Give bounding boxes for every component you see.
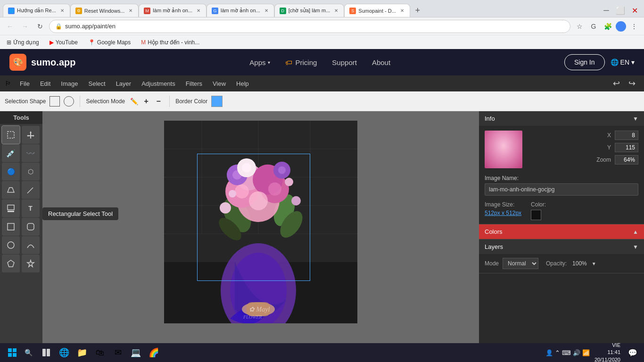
- menu-button[interactable]: ⋮: [628, 20, 640, 33]
- menu-select[interactable]: Select: [84, 78, 110, 89]
- layers-header[interactable]: Layers ▼: [479, 239, 644, 254]
- mode-subtract-icon[interactable]: −: [153, 96, 164, 107]
- menu-filters[interactable]: Filters: [181, 78, 207, 89]
- menu-adjustments[interactable]: Adjustments: [137, 78, 180, 89]
- image-name-input[interactable]: [485, 183, 638, 196]
- forward-button[interactable]: →: [19, 20, 31, 33]
- volume-icon[interactable]: 🔊: [573, 349, 580, 356]
- minimize-button[interactable]: ─: [600, 4, 613, 17]
- sign-in-button[interactable]: Sign In: [564, 54, 605, 70]
- tool-polygon[interactable]: [2, 255, 20, 272]
- taskbar-explorer[interactable]: 📁: [74, 344, 91, 361]
- tool-pencil[interactable]: [22, 181, 40, 199]
- tab-close-4[interactable]: ✕: [263, 7, 270, 15]
- menu-edit[interactable]: Edit: [35, 78, 55, 89]
- taskbar-unknown[interactable]: 💻: [127, 344, 144, 361]
- tool-rectangular-select[interactable]: [2, 126, 20, 144]
- bookmark-youtube[interactable]: ▶ YouTube: [47, 38, 81, 47]
- mode-pencil-icon[interactable]: ✏️: [129, 96, 139, 107]
- tab-3[interactable]: M làm mờ ảnh on... ✕: [139, 4, 206, 17]
- tab-close-5[interactable]: ✕: [332, 7, 340, 15]
- tool-arc[interactable]: [22, 236, 40, 254]
- svg-line-3: [28, 188, 33, 192]
- people-icon[interactable]: 👤: [545, 349, 553, 356]
- menu-help[interactable]: Help: [231, 78, 254, 89]
- bookmark-maps[interactable]: 📍 Google Maps: [85, 38, 133, 47]
- tab-5[interactable]: D [chờ sửa] làm m... ✕: [274, 4, 345, 17]
- profile-avatar[interactable]: [616, 21, 626, 32]
- tool-text[interactable]: T: [22, 199, 40, 217]
- redo-button[interactable]: ↪: [625, 76, 639, 90]
- close-button[interactable]: ✕: [628, 4, 641, 17]
- bookmark-gmail[interactable]: M Hộp thư đến - vinh...: [138, 38, 202, 47]
- tab-1[interactable]: 🌐 Hướng dẫn Re... ✕: [3, 4, 70, 17]
- new-tab-button[interactable]: +: [411, 4, 424, 17]
- tab-close-1[interactable]: ✕: [58, 7, 66, 15]
- y-label: Y: [607, 144, 611, 151]
- translate-icon[interactable]: G: [587, 20, 600, 33]
- tab-close-3[interactable]: ✕: [195, 7, 202, 15]
- nav-link-about[interactable]: About: [365, 55, 397, 70]
- reload-button[interactable]: ↻: [34, 20, 46, 33]
- border-color-swatch[interactable]: [211, 96, 223, 107]
- tool-shape-rounded[interactable]: [22, 218, 40, 236]
- nav-link-support[interactable]: Support: [325, 55, 363, 70]
- tool-fill[interactable]: [2, 199, 20, 217]
- search-button[interactable]: 🔍: [21, 345, 36, 360]
- menu-view[interactable]: View: [208, 78, 231, 89]
- sumo-logo[interactable]: 🎨 sumo.app: [9, 54, 75, 71]
- tool-eyedropper[interactable]: 💉: [2, 144, 20, 162]
- back-button[interactable]: ←: [4, 20, 16, 33]
- notification-button[interactable]: 💬: [625, 345, 640, 360]
- tool-eraser[interactable]: ⬡: [22, 163, 40, 181]
- taskbar-mail[interactable]: ✉: [109, 344, 126, 361]
- info-header[interactable]: Info ▼: [479, 111, 644, 126]
- caret-up-icon[interactable]: ⌃: [555, 349, 560, 356]
- svg-rect-49: [8, 348, 12, 352]
- taskbar-icons: 🌐 📁 🛍 ✉ 💻 🌈: [38, 344, 162, 361]
- nav-link-pricing[interactable]: 🏷 Pricing: [279, 55, 324, 70]
- canvas-area[interactable]: ✿ Mayl FLOWER: [42, 111, 479, 362]
- tab-close-2[interactable]: ✕: [127, 7, 134, 15]
- tool-eraser2[interactable]: [2, 181, 20, 199]
- tool-move[interactable]: [22, 126, 40, 144]
- tab-6[interactable]: S Sumopaint - D... ✕: [344, 4, 410, 17]
- tab-close-6[interactable]: ✕: [398, 7, 406, 15]
- wifi-icon[interactable]: 📶: [582, 349, 590, 356]
- opacity-arrow-icon[interactable]: ▼: [592, 261, 596, 266]
- mode-add-icon[interactable]: +: [141, 96, 151, 107]
- url-input[interactable]: [65, 23, 564, 30]
- clock[interactable]: VIE 11:41 20/11/2020: [593, 342, 622, 362]
- maximize-button[interactable]: ⬜: [614, 4, 627, 17]
- colors-header[interactable]: Colors ▲: [479, 224, 644, 239]
- taskbar-edge[interactable]: 🌐: [56, 344, 73, 361]
- language-selector[interactable]: 🌐 EN ▾: [611, 58, 635, 66]
- nav-link-apps[interactable]: Apps ▾: [243, 55, 276, 70]
- image-size-value[interactable]: 512px x 512px: [485, 210, 521, 216]
- circle-shape-button[interactable]: [64, 96, 74, 107]
- menu-file[interactable]: File: [15, 78, 34, 89]
- taskbar-taskview[interactable]: [38, 344, 55, 361]
- bookmark-button[interactable]: ☆: [573, 20, 586, 33]
- color-swatch[interactable]: [531, 210, 541, 220]
- tool-star[interactable]: [22, 255, 40, 272]
- menu-image[interactable]: Image: [56, 78, 83, 89]
- keyboard-icon[interactable]: ⌨: [562, 349, 571, 356]
- tab-2[interactable]: ⚙ Reset Windows... ✕: [70, 4, 139, 17]
- taskbar-store[interactable]: 🛍: [91, 344, 108, 361]
- tab-4[interactable]: G làm mờ ảnh on... ✕: [206, 4, 274, 17]
- tool-stamp[interactable]: 🔵: [2, 163, 20, 181]
- nav-extras: ☆ G 🧩 ⋮: [573, 20, 640, 33]
- bookmark-apps[interactable]: ⊞ Ứng dụng: [4, 38, 42, 47]
- tool-ellipse[interactable]: [2, 236, 20, 254]
- tool-lasso[interactable]: 〰️: [22, 144, 40, 162]
- taskbar-chrome[interactable]: 🌈: [145, 344, 162, 361]
- tool-shape-rect[interactable]: [2, 218, 20, 236]
- x-value: 8: [615, 131, 638, 140]
- undo-button[interactable]: ↩: [609, 76, 624, 90]
- menu-layer[interactable]: Layer: [111, 78, 136, 89]
- start-button[interactable]: [4, 344, 21, 361]
- layers-mode-select[interactable]: Normal Multiply Screen Overlay: [503, 258, 538, 269]
- rect-shape-button[interactable]: [50, 96, 60, 107]
- extensions-button[interactable]: 🧩: [602, 20, 614, 33]
